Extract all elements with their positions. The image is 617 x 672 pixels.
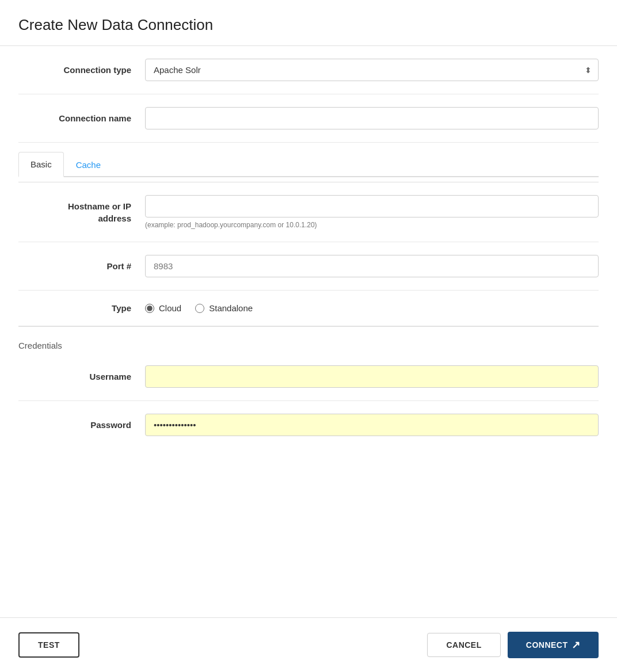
connection-name-label: Connection name [18, 113, 145, 123]
radio-standalone-input[interactable] [195, 304, 204, 313]
type-control: Cloud Standalone [145, 303, 599, 313]
radio-standalone-label[interactable]: Standalone [195, 303, 253, 313]
port-row: Port # [18, 242, 599, 291]
connection-type-control: Apache Solr MySQL PostgreSQL MongoDB ⬍ [145, 59, 599, 81]
dialog-title: Create New Data Connection [18, 16, 599, 34]
test-button[interactable]: TEST [18, 632, 79, 658]
password-control [145, 414, 599, 436]
tab-basic[interactable]: Basic [18, 152, 64, 177]
radio-cloud-input[interactable] [145, 304, 154, 313]
hostname-hint: (example: prod_hadoop.yourcompany.com or… [145, 221, 599, 229]
radio-cloud-label[interactable]: Cloud [145, 303, 181, 313]
connection-name-input[interactable]: SolrConnection [145, 107, 599, 129]
hostname-row: Hostname or IP address 7.77.777.707 (exa… [18, 182, 599, 242]
connect-button-label: CONNECT [526, 640, 568, 650]
hostname-label: Hostname or IP address [18, 200, 145, 224]
cursor-icon: ↗ [572, 639, 581, 651]
username-input[interactable] [145, 365, 599, 388]
connect-button[interactable]: CONNECT ↗ [508, 632, 599, 658]
port-input[interactable] [145, 255, 599, 277]
connection-type-select-wrapper: Apache Solr MySQL PostgreSQL MongoDB ⬍ [145, 59, 599, 81]
connection-type-label: Connection type [18, 65, 145, 75]
radio-cloud-text: Cloud [159, 303, 181, 313]
credentials-section-label: Credentials [18, 329, 599, 353]
tab-cache[interactable]: Cache [64, 152, 113, 177]
connection-type-row: Connection type Apache Solr MySQL Postgr… [18, 46, 599, 94]
dialog-body: Connection type Apache Solr MySQL Postgr… [0, 46, 617, 617]
hostname-label-line1: Hostname or IP [68, 201, 131, 211]
password-input[interactable] [145, 414, 599, 436]
password-row: Password [18, 401, 599, 449]
hostname-label-line2: address [98, 213, 131, 223]
radio-standalone-text: Standalone [209, 303, 253, 313]
credentials-section: Credentials Username Password [18, 329, 599, 449]
username-control [145, 365, 599, 388]
username-row: Username [18, 353, 599, 401]
section-divider-credentials [18, 326, 599, 327]
connection-name-row: Connection name SolrConnection [18, 94, 599, 143]
footer-right-buttons: CANCEL CONNECT ↗ [427, 632, 599, 658]
tab-basic-content: Hostname or IP address 7.77.777.707 (exa… [18, 177, 599, 453]
type-row: Type Cloud Standalone [18, 291, 599, 326]
hostname-control: 7.77.777.707 (example: prod_hadoop.yourc… [145, 195, 599, 229]
dialog-header: Create New Data Connection [0, 0, 617, 46]
port-control [145, 255, 599, 277]
dialog-footer: TEST CANCEL CONNECT ↗ [0, 617, 617, 672]
cancel-button[interactable]: CANCEL [427, 633, 500, 657]
connection-type-select[interactable]: Apache Solr MySQL PostgreSQL MongoDB [145, 59, 599, 81]
tabs-header: Basic Cache [18, 152, 599, 177]
username-label: Username [18, 372, 145, 381]
port-label: Port # [18, 261, 145, 271]
password-label: Password [18, 420, 145, 430]
type-radio-group: Cloud Standalone [145, 303, 599, 313]
connection-name-control: SolrConnection [145, 107, 599, 129]
hostname-input[interactable]: 7.77.777.707 [145, 195, 599, 217]
dialog-container: Create New Data Connection Connection ty… [0, 0, 617, 672]
tabs-section: Basic Cache Hostname or IP address 7.77.… [18, 152, 599, 453]
type-label: Type [18, 303, 145, 313]
